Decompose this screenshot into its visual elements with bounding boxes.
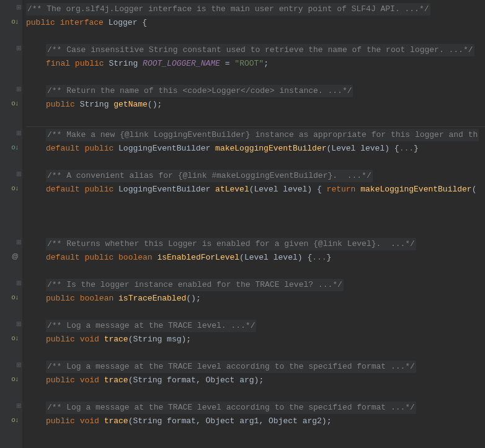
token: public — [46, 333, 75, 346]
fold-toggle-icon[interactable]: ⊞ — [16, 169, 21, 178]
token — [162, 374, 167, 387]
doc-comment-line[interactable]: /** Return the name of this <code>Logger… — [26, 84, 485, 98]
token: String — [109, 58, 138, 70]
doc-comment-line[interactable]: /** Log a message at the TRACE level acc… — [26, 360, 485, 374]
token: public — [46, 374, 75, 387]
code-line[interactable]: final public String ROOT_LOGGER_NAME = "… — [26, 57, 485, 71]
token: ) — [322, 415, 327, 428]
override-marker-icon[interactable]: o↓ — [11, 415, 19, 425]
token — [104, 17, 109, 29]
override-marker-icon[interactable]: o↓ — [11, 374, 19, 384]
doc-comment-line[interactable]: /** The org.slf4j.Logger interface is th… — [26, 2, 485, 16]
override-marker-icon[interactable]: o↓ — [11, 183, 19, 193]
doc-comment-line[interactable]: /** Make a new {@link LoggingEventBuilde… — [26, 128, 485, 142]
token: ; — [157, 99, 162, 111]
token: final — [46, 58, 70, 70]
token: public — [84, 252, 113, 264]
code-line[interactable]: default public LoggingEventBuilder makeL… — [26, 142, 485, 156]
code-line[interactable]: public boolean isTraceEnabled(); — [26, 292, 485, 305]
token: void — [80, 333, 99, 346]
blank-line — [26, 71, 485, 84]
token: LoggingEventBuilder — [118, 183, 210, 196]
token: ( — [239, 252, 244, 264]
blank-line — [26, 224, 485, 237]
fold-toggle-icon[interactable]: ⊞ — [16, 237, 21, 247]
doc-comment-line[interactable]: /** A convenient alias for {@link #makeL… — [26, 169, 485, 183]
fold-toggle-icon[interactable]: ⊞ — [16, 128, 21, 138]
code-line[interactable]: default public boolean isEnabledForLevel… — [26, 251, 485, 265]
token: arg — [239, 374, 254, 387]
code-line[interactable]: public void trace(String msg); — [26, 333, 485, 346]
blank-line — [26, 305, 485, 319]
override-marker-icon[interactable]: o↓ — [11, 333, 19, 343]
token: ) — [254, 374, 259, 387]
javadoc-text: /** Case insensitive String constant use… — [46, 44, 474, 56]
gutter[interactable]: ⊞o↓⊞⊞o↓⊞o↓⊞o↓⊞@⊞o↓⊞o↓⊞o↓⊞o↓ — [0, 0, 22, 448]
blank-line — [26, 196, 485, 210]
token — [75, 99, 80, 111]
token: String — [133, 333, 162, 346]
blank-line — [26, 210, 485, 224]
token: void — [80, 415, 99, 428]
doc-comment-line[interactable]: /** Returns whether this Logger is enabl… — [26, 237, 485, 251]
fold-toggle-icon[interactable]: ⊞ — [16, 84, 21, 94]
code-line[interactable]: public String getName(); — [26, 98, 485, 112]
javadoc-text: /** Make a new {@link LoggingEventBuilde… — [46, 129, 479, 141]
token: ( — [128, 333, 133, 346]
override-marker-icon[interactable]: o↓ — [11, 16, 19, 27]
token — [269, 252, 274, 264]
blank-line — [26, 346, 485, 360]
token — [312, 183, 317, 196]
token: public — [26, 17, 55, 29]
fold-toggle-icon[interactable]: ⊞ — [16, 2, 21, 12]
token — [113, 292, 118, 305]
override-marker-icon[interactable]: o↓ — [11, 98, 19, 108]
token — [278, 183, 283, 196]
token — [210, 143, 215, 155]
token — [109, 99, 113, 111]
code-area[interactable]: /** The org.slf4j.Logger interface is th… — [22, 0, 485, 448]
token — [153, 252, 158, 264]
code-editor[interactable]: ⊞o↓⊞⊞o↓⊞o↓⊞o↓⊞@⊞o↓⊞o↓⊞o↓⊞o↓ /** The org.… — [0, 0, 485, 448]
token: default — [46, 183, 80, 196]
token: interface — [60, 17, 104, 29]
token: ) — [307, 183, 312, 196]
javadoc-text: /** Log a message at the TRACE level. ..… — [46, 320, 256, 332]
blank-line — [26, 156, 485, 169]
doc-comment-line[interactable]: /** Case insensitive String constant use… — [26, 43, 485, 57]
code-line[interactable]: public void trace(String format, Object … — [26, 374, 485, 387]
annotation-marker-icon[interactable]: @ — [12, 251, 19, 261]
token: { — [307, 252, 312, 264]
code-line[interactable]: default public LoggingEventBuilder atLev… — [26, 183, 485, 196]
fold-toggle-icon[interactable]: ⊞ — [16, 278, 21, 288]
token: format — [167, 415, 196, 428]
token: () — [186, 292, 196, 305]
token: "ROOT" — [234, 58, 264, 70]
token — [162, 415, 167, 428]
override-marker-icon[interactable]: o↓ — [11, 292, 19, 302]
token — [113, 143, 118, 155]
fold-toggle-icon[interactable]: ⊞ — [16, 360, 21, 369]
token: makeLoggingEventBuilder — [215, 143, 326, 155]
token — [234, 415, 239, 428]
token: ( — [128, 374, 133, 387]
fold-toggle-icon[interactable]: ⊞ — [16, 43, 21, 53]
token: void — [80, 374, 99, 387]
fold-toggle-icon[interactable]: ⊞ — [16, 319, 21, 328]
code-line[interactable]: public interface Logger { — [26, 16, 485, 30]
token: Level — [244, 252, 269, 264]
token: boolean — [80, 292, 114, 305]
token: return — [327, 183, 356, 196]
doc-comment-line[interactable]: /** Is the logger instance enabled for t… — [26, 278, 485, 292]
token — [70, 58, 75, 70]
token — [104, 58, 109, 70]
code-line[interactable]: public void trace(String format, Object … — [26, 415, 485, 428]
token: , — [196, 415, 201, 428]
fold-toggle-icon[interactable]: ⊞ — [16, 401, 21, 410]
token: String — [133, 374, 162, 387]
override-marker-icon[interactable]: o↓ — [11, 142, 19, 152]
doc-comment-line[interactable]: /** Log a message at the TRACE level. ..… — [26, 319, 485, 333]
doc-comment-line[interactable]: /** Log a message at the TRACE level acc… — [26, 401, 485, 415]
token: ROOT_LOGGER_NAME — [143, 58, 220, 70]
token — [138, 58, 143, 70]
